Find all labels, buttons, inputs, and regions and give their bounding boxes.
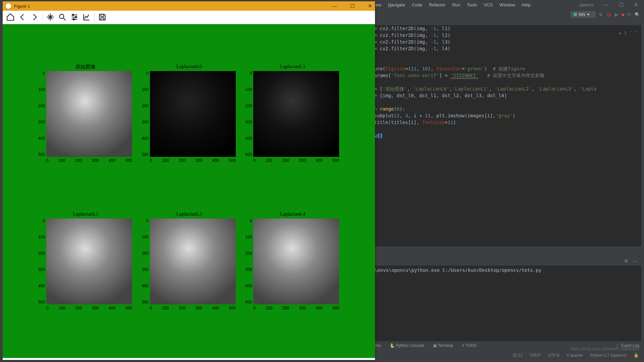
x-ticks: 0100200300400500 xyxy=(253,158,339,163)
subplot: LaplacianL201002003004005000100200300400… xyxy=(35,219,137,353)
image-axes xyxy=(150,71,236,157)
figure-canvas[interactable]: 原始图像01002003004005000100200300400500Lapl… xyxy=(3,24,375,358)
image-axes xyxy=(46,71,132,157)
menu-help[interactable]: Help xyxy=(522,2,531,7)
axes-icon[interactable] xyxy=(82,13,91,22)
x-ticks: 0100200300400500 xyxy=(150,158,236,163)
debug-button[interactable]: 🐞 xyxy=(606,12,611,17)
forward-icon[interactable] xyxy=(30,13,39,22)
project-name: opencv xyxy=(579,2,597,7)
menu-view[interactable]: ew xyxy=(376,2,381,7)
ide-status-bar: 33:11 CRLF UTF-8 4 spaces Python 3.7 (op… xyxy=(366,351,644,359)
code-line: es = ['原始图像', 'LaplacianL0','LaplacianL1… xyxy=(366,85,641,92)
mpl-window-title: Figure 1 xyxy=(14,4,30,9)
code-line: l3 = cv2.filter2D(img, -1, l3) xyxy=(366,39,641,45)
code-line: lt.subplot(2, 3, i + 1), plt.imshow(imag… xyxy=(366,112,641,119)
run-coverage-button[interactable]: ▶ xyxy=(615,12,618,17)
mpl-app-icon xyxy=(5,3,11,9)
back-icon[interactable] xyxy=(18,13,27,22)
matplotlib-window: Figure 1 — ☐ ✕ 原始图像010020030040050001002… xyxy=(3,1,375,360)
x-ticks: 0100200300400500 xyxy=(253,306,339,310)
update-button[interactable]: ⟳ xyxy=(628,12,631,17)
inspection-badge[interactable]: ✔1ˆˇ xyxy=(619,30,637,37)
ide-maximize-button[interactable]: ☐ xyxy=(619,2,624,8)
code-editor[interactable]: ✔1ˆˇ l1 = cv2.filter2D(img, -1, l1) l2 =… xyxy=(366,25,641,246)
subplot-title: LaplacianL2 xyxy=(35,211,137,217)
home-icon[interactable] xyxy=(6,13,15,22)
menu-vcs[interactable]: VCS xyxy=(484,2,493,7)
code-line: show() xyxy=(366,132,641,139)
image-axes xyxy=(253,71,339,157)
menu-code[interactable]: Code xyxy=(412,2,422,7)
mpl-titlebar[interactable]: Figure 1 — ☐ ✕ xyxy=(3,1,375,11)
code-line: i in range(6): xyxy=(366,106,641,112)
file-encoding[interactable]: UTF-8 xyxy=(548,353,559,358)
image-axes xyxy=(253,219,339,304)
mpl-minimize-button[interactable]: — xyxy=(332,3,337,9)
watermark: https://blog.csdn.net/weixin_43810267 xyxy=(571,347,639,351)
menu-refactor[interactable]: Refactor xyxy=(429,2,445,7)
y-ticks: 0100200300400500 xyxy=(139,219,149,304)
terminal-line: a3\envs\opencv\python.exe C:/Users/kun/D… xyxy=(369,267,638,273)
mpl-maximize-button[interactable]: ☐ xyxy=(350,3,355,9)
svg-point-0 xyxy=(59,14,64,18)
x-ticks: 0100200300400500 xyxy=(46,306,132,310)
mpl-toolbar xyxy=(3,11,375,24)
search-button[interactable]: 🔍 xyxy=(635,12,640,17)
y-ticks: 0100200300400500 xyxy=(139,71,149,157)
code-line: l2 = cv2.filter2D(img, -1, l2) xyxy=(366,32,641,39)
code-line: l1 = cv2.filter2D(img, -1, l1) xyxy=(366,25,641,32)
code-line: figure(figsize=(11, 10), facecolor='gree… xyxy=(366,65,641,72)
tool-todo[interactable]: ≡ TODO xyxy=(462,343,477,348)
x-ticks: 0100200300400500 xyxy=(46,158,132,163)
subplot: LaplacianL301002003004005000100200300400… xyxy=(139,219,240,353)
python-icon xyxy=(574,13,577,16)
interpreter-info[interactable]: Python 3.7 (opencv) xyxy=(590,353,626,358)
run-config-selector[interactable]: tets ▾ xyxy=(571,11,596,18)
menu-navigate[interactable]: NNavigateavigate xyxy=(388,2,405,7)
tool-terminal[interactable]: ▣ Terminal xyxy=(433,343,453,348)
subplot: 原始图像01002003004005000100200300400500 xyxy=(35,71,137,205)
subplot: LaplacianL101002003004005000100200300400… xyxy=(242,71,343,205)
subplot-title: 原始图像 xyxy=(35,64,137,70)
configure-icon[interactable] xyxy=(70,13,79,22)
subplot-title: LaplacianL1 xyxy=(242,64,343,69)
ide-minimize-button[interactable]: — xyxy=(603,2,609,8)
run-button[interactable]: ↻ xyxy=(599,12,603,17)
run-output[interactable]: a3\envs\opencv\python.exe C:/Users/kun/D… xyxy=(366,265,641,350)
x-ticks: 0100200300400500 xyxy=(150,306,236,310)
minimize-tool-icon[interactable]: — xyxy=(633,258,637,263)
save-icon[interactable] xyxy=(98,13,107,22)
ide-window-buttons: — ☐ ✕ xyxy=(603,2,644,8)
subplot: LaplacianL401002003004005000100200300400… xyxy=(242,219,343,353)
mpl-close-button[interactable]: ✕ xyxy=(368,3,372,9)
settings-icon[interactable]: ⚙ xyxy=(624,258,628,263)
stop-button[interactable]: ■ xyxy=(622,12,624,17)
subplot-title: LaplacianL0 xyxy=(139,64,240,69)
menu-tools[interactable]: Tools xyxy=(467,2,477,7)
code-line: rcParams['font.sans-serif'] = 'STXINWEI'… xyxy=(366,72,641,79)
y-ticks: 0100200300400500 xyxy=(36,71,45,157)
code-line: es = [img, dst_l0, dst_l1, dst_l2, dst_l… xyxy=(366,92,641,99)
subplot-title: LaplacianL3 xyxy=(139,211,240,217)
y-ticks: 0100200300400500 xyxy=(243,219,252,304)
zoom-icon[interactable] xyxy=(58,13,67,22)
lock-icon[interactable]: 🔒 xyxy=(634,353,639,358)
image-axes xyxy=(150,219,236,304)
run-tool-tab: × ⚙— xyxy=(366,256,641,265)
line-separator[interactable]: CRLF xyxy=(530,353,540,358)
pan-icon[interactable] xyxy=(46,13,55,22)
subplot: LaplacianL001002003004005000100200300400… xyxy=(139,71,240,205)
code-line: lt.title(titles[i], fontsize=11) xyxy=(366,119,641,126)
menu-run[interactable]: Run xyxy=(452,2,460,7)
menu-window[interactable]: Window xyxy=(499,2,515,7)
indent-info[interactable]: 4 spaces xyxy=(567,353,583,358)
caret-position: 33:11 xyxy=(513,353,523,358)
image-axes xyxy=(46,219,132,304)
tool-python-console[interactable]: 🐍 Python Console xyxy=(390,343,424,348)
ide-close-button[interactable]: ✕ xyxy=(634,2,638,8)
subplot-title: LaplacianL4 xyxy=(242,211,343,217)
y-ticks: 0100200300400500 xyxy=(36,219,45,304)
svg-point-2 xyxy=(75,16,76,17)
y-ticks: 0100200300400500 xyxy=(243,71,252,157)
